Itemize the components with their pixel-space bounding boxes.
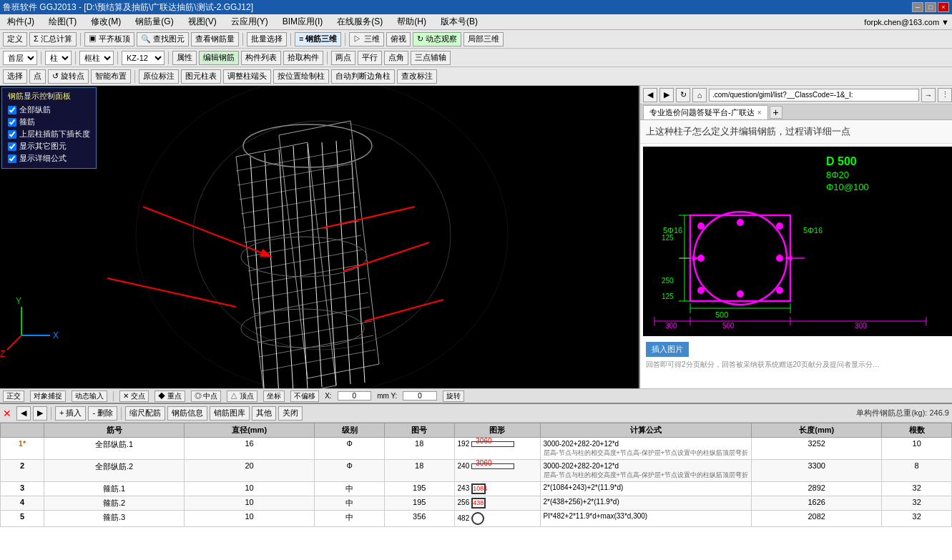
rebar-option-5[interactable]: 显示详细公式	[8, 153, 90, 164]
position-draw-button[interactable]: 按位置绘制柱	[273, 69, 329, 84]
view-rebar-button[interactable]: 查看钢筋量	[191, 32, 239, 46]
menu-view[interactable]: 视图(V)	[184, 14, 221, 29]
define-button[interactable]: 定义	[3, 32, 27, 46]
tab-close[interactable]: ×	[757, 109, 762, 117]
scale-rebar-button[interactable]: 缩尺配筋	[125, 406, 165, 421]
home-button[interactable]: ⌂	[692, 88, 707, 102]
menu-draw[interactable]: 绘图(T)	[44, 14, 81, 29]
intersection-button[interactable]: ✕ 交点	[119, 390, 149, 402]
back-button[interactable]: ◀	[643, 88, 657, 102]
summary-calc-button[interactable]: Σ 汇总计算	[29, 32, 77, 46]
ortho-button[interactable]: 正交	[3, 390, 24, 402]
rotate-point-button[interactable]: ↺ 旋转点	[48, 69, 89, 84]
midpoint-button[interactable]: ◆ 重点	[154, 390, 185, 402]
checkbox-other-elements[interactable]	[8, 142, 16, 151]
point-button[interactable]: 点	[29, 69, 46, 84]
checkbox-detail-formula[interactable]	[8, 154, 16, 163]
menu-cloud[interactable]: 云应用(Y)	[227, 14, 273, 29]
dynamic-input-button[interactable]: 动态输入	[72, 390, 107, 402]
insert-image-button[interactable]: 插入图片	[646, 342, 689, 357]
floor-select[interactable]: 首层	[3, 51, 37, 65]
three-point-button[interactable]: 三点辅轴	[411, 51, 451, 65]
checkbox-stirrup[interactable]	[8, 118, 16, 127]
col-header-fignum: 图号	[384, 423, 454, 438]
bottom-toolbar: ✕ ◀ ▶ + 插入 - 删除 缩尺配筋 钢筋信息 销筋图库 其他 关闭 单构件…	[0, 404, 952, 423]
rebar-info-button[interactable]: 钢筋信息	[167, 406, 207, 421]
rebar-option-3[interactable]: 上层柱插筋下插长度	[8, 129, 90, 139]
forward-button[interactable]: ▶	[659, 88, 674, 102]
auto-judge-button[interactable]: 自动判断边角柱	[331, 69, 395, 84]
property-button[interactable]: 属性	[172, 51, 197, 65]
insert-row-button[interactable]: + 插入	[55, 406, 86, 421]
top-view-button[interactable]: 俯视	[386, 32, 411, 46]
rebar-lib-button[interactable]: 销筋图库	[210, 406, 250, 421]
menu-rebar-qty[interactable]: 钢筋量(G)	[131, 14, 177, 29]
rebar-grade: 中	[315, 496, 385, 511]
vertex-button[interactable]: △ 顶点	[227, 390, 257, 402]
pick-component-button[interactable]: 拾取构件	[283, 51, 323, 65]
delete-row-button[interactable]: - 删除	[88, 406, 117, 421]
new-tab-button[interactable]: +	[770, 106, 782, 119]
browser-menu[interactable]: ⋮	[938, 88, 952, 102]
rebar-grade: Ф	[315, 438, 385, 460]
sep	[113, 391, 114, 401]
menu-version[interactable]: 版本号(B)	[436, 14, 482, 29]
menu-help[interactable]: 帮助(H)	[393, 14, 431, 29]
rebar-option-2[interactable]: 箍筋	[8, 117, 90, 127]
active-tab[interactable]: 专业造价问题答疑平台-广联达 ×	[643, 105, 768, 119]
component-type-select[interactable]: 柱	[45, 51, 72, 65]
menu-modify[interactable]: 修改(M)	[87, 14, 125, 29]
menu-component[interactable]: 构件(J)	[3, 14, 39, 29]
rebar-3d-button[interactable]: ≡ 钢筋三维	[295, 32, 341, 46]
rebar-table: 筋号 直径(mm) 级别 图号 图形 计算公式 长度(mm) 根数 1*全部纵筋…	[0, 423, 952, 527]
minimize-button[interactable]: ─	[912, 2, 923, 12]
3d-button[interactable]: ▷ 三维	[349, 32, 383, 46]
partial-3d-button[interactable]: 局部三维	[463, 32, 504, 46]
component-list-button[interactable]: 构件列表	[241, 51, 281, 65]
original-label-button[interactable]: 原位标注	[139, 69, 179, 84]
rebar-option-4[interactable]: 显示其它图元	[8, 141, 90, 152]
other-button[interactable]: 其他	[252, 406, 276, 421]
menu-bim[interactable]: BIM应用(I)	[278, 14, 328, 29]
batch-select-button[interactable]: 批量选择	[247, 32, 287, 46]
url-bar[interactable]	[709, 89, 919, 102]
svg-point-54	[737, 290, 744, 298]
element-column-table-button[interactable]: 图元柱表	[181, 69, 221, 84]
component-subtype-select[interactable]: 框柱	[79, 51, 114, 65]
smart-layout-button[interactable]: 智能布置	[91, 69, 131, 84]
rebar-diameter: 10	[184, 511, 314, 527]
svg-point-50	[737, 219, 744, 226]
close-button[interactable]: ×	[938, 2, 949, 12]
rotate-button[interactable]: 旋转	[443, 390, 464, 402]
adjust-column-end-button[interactable]: 调整柱端头	[223, 69, 271, 84]
prev-button[interactable]: ◀	[16, 406, 31, 421]
refresh-button[interactable]: ↻	[676, 88, 690, 102]
close-red-button[interactable]: ✕	[3, 408, 11, 419]
component-id-select[interactable]: KZ-12	[122, 51, 165, 65]
edit-rebar-button[interactable]: 编辑钢筋	[199, 51, 239, 65]
rebar-diameter: 10	[184, 482, 314, 496]
two-point-button[interactable]: 两点	[331, 51, 355, 65]
flush-board-button[interactable]: ▣ 平齐板顶	[84, 32, 134, 46]
rebar-count: 32	[882, 496, 952, 511]
checkbox-all-longitudinal[interactable]	[8, 106, 16, 114]
point-angle-button[interactable]: 点角	[384, 51, 408, 65]
parallel-button[interactable]: 平行	[358, 51, 382, 65]
select-button[interactable]: 选择	[3, 69, 27, 84]
check-label-button[interactable]: 查改标注	[397, 69, 437, 84]
close-button[interactable]: 关闭	[278, 406, 303, 421]
no-offset-button[interactable]: 不偏移	[290, 390, 319, 402]
rebar-name: 箍筋.2	[44, 496, 185, 511]
coord-button[interactable]: 坐标	[263, 390, 285, 402]
maximize-button[interactable]: □	[925, 2, 936, 12]
center-button[interactable]: ◎ 中点	[191, 390, 222, 402]
menu-online[interactable]: 在线服务(S)	[333, 14, 387, 29]
checkbox-insert-length[interactable]	[8, 130, 16, 139]
rebar-option-1[interactable]: 全部纵筋	[8, 104, 90, 115]
snap-button[interactable]: 对象捕捉	[30, 390, 66, 402]
go-button[interactable]: →	[921, 88, 936, 102]
dynamic-obs-button[interactable]: ↻ 动态观察	[413, 32, 461, 46]
next-button[interactable]: ▶	[33, 406, 47, 421]
find-element-button[interactable]: 🔍 查找图元	[137, 32, 189, 46]
row-number: 1*	[1, 438, 44, 460]
